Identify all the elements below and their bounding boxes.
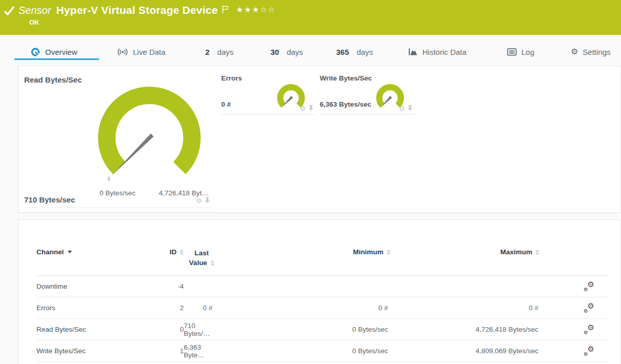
channel-settings-cell: ⚙⚙ [539,340,609,362]
channel-settings-gears-icon[interactable]: ⚙⚙ [584,303,594,313]
channel-maximum [391,276,539,297]
active-tab-underline [14,58,99,60]
channel-settings-cell: ⚙⚙ [539,297,609,319]
column-header-last-value[interactable]: LastValue [184,220,220,276]
tab-log[interactable]: Log [507,45,534,58]
channel-name[interactable]: Read Bytes/Sec [36,319,160,340]
column-label: Minimum [353,248,383,256]
gauge-tools-write: ⚙ [399,105,413,112]
tab-label: Log [521,48,534,56]
tab-settings[interactable]: ⚙ Settings [571,45,611,58]
channel-minimum: 0 Bytes/sec [220,340,391,362]
channel-last-value: 710 Bytes/… [184,319,220,340]
tab-label: days [357,48,373,56]
channel-name[interactable]: Write Bytes/Sec [36,340,160,362]
tab-live-data[interactable]: Live Data [117,45,165,58]
gauge-value-errors: 0 # [221,100,231,108]
pin-icon[interactable] [205,197,210,204]
channel-id: -4 [160,276,184,297]
average-marker: x̄ [104,175,114,183]
column-header-minimum[interactable]: Minimum [220,220,391,276]
channel-minimum: 0 Bytes/sec [220,319,391,340]
broadcast-icon [117,48,128,56]
column-label: ID [170,248,177,256]
pin-icon[interactable] [407,105,413,112]
gauge-tools-read: ⚙ [196,197,210,204]
gear-icon[interactable]: ⚙ [399,105,405,112]
tab-2-days[interactable]: 2 days [205,45,234,58]
channel-id: 1 [160,340,184,362]
channel-settings-gears-icon[interactable]: ⚙⚙ [584,346,594,356]
gauge-title-errors: Errors [221,74,242,82]
channel-id: 0 [160,319,184,340]
channel-name[interactable]: Downtime [36,276,160,297]
channel-maximum: 4,809,069 Bytes/sec [391,340,539,362]
tab-number: 365 [336,48,349,56]
column-header-maximum[interactable]: Maximum [391,220,539,276]
tab-365-days[interactable]: 365 days [336,45,373,58]
column-label: Value [189,259,207,267]
tab-number: 30 [270,48,279,56]
priority-stars[interactable]: ★★★☆☆ [236,5,276,14]
tab-label: Historic Data [422,48,467,56]
sort-arrows-icon [535,250,539,255]
divider [24,208,213,208]
flag-icon[interactable] [222,5,229,14]
channel-settings-cell: ⚙⚙ [539,319,609,340]
area-chart-icon [408,48,418,56]
tab-30-days[interactable]: 30 days [270,45,303,58]
channel-maximum: 4,726,418 Bytes/sec [391,319,539,340]
sort-arrows-icon [386,250,391,255]
log-icon [507,48,517,56]
sort-arrows-icon [180,250,184,255]
pin-icon[interactable] [308,105,314,112]
status-check-icon [4,5,15,16]
gauge-icon [31,47,41,57]
tab-number: 2 [205,48,209,56]
gear-icon[interactable]: ⚙ [196,197,202,204]
divider [220,114,315,115]
channel-table: Channel ID LastValue Minimum Maximum Dow… [36,220,609,362]
gauge-title-write: Write Bytes/Sec [320,74,372,82]
gauge-max-label: 4,726,418 Byt… [150,189,217,197]
sort-caret-icon [68,251,72,253]
channel-maximum: 0 # [391,297,539,319]
gauge-value-write: 6,363 Bytes/sec [320,100,372,108]
column-header-channel[interactable]: Channel [36,220,160,276]
column-header-id[interactable]: ID [160,220,184,276]
gauge-title-read: Read Bytes/Sec [24,75,82,84]
sort-arrows-icon [210,260,215,266]
column-label: Maximum [500,248,532,256]
tab-label: Live Data [133,48,165,56]
channel-id: 2 [160,297,184,319]
status-badge: OK [29,18,40,26]
channel-table-panel: Channel ID LastValue Minimum Maximum Dow… [18,219,621,364]
channel-last-value: 6,363 Byte… [184,340,220,362]
tab-label: days [217,48,234,56]
gauge-tools-errors: ⚙ [300,105,314,112]
channel-settings-cell: ⚙⚙ [539,276,609,297]
page-title: Hyper-V Virtual Storage Device [56,4,218,16]
gauge-min-label: 0 Bytes/sec [84,189,151,197]
column-label: Last [195,249,209,257]
channel-minimum: 0 # [220,297,391,319]
tab-label: days [287,48,303,56]
gauges-panel: Read Bytes/Sec x̄ 0 Bytes/sec 4,726,418 … [18,66,621,213]
channel-minimum [220,276,391,297]
gear-icon: ⚙ [571,48,578,56]
read-gauge[interactable] [90,75,208,187]
channel-name[interactable]: Errors [36,297,160,319]
tab-label: Overview [45,48,77,56]
gauge-value-read: 710 Bytes/sec [24,195,75,204]
channel-settings-gears-icon[interactable]: ⚙⚙ [584,281,594,291]
tab-historic-data[interactable]: Historic Data [408,45,467,58]
sensor-header: Sensor Hyper-V Virtual Storage Device ★★… [0,0,621,35]
gear-icon[interactable]: ⚙ [300,105,306,112]
stars-empty: ☆☆ [260,5,276,14]
column-header-actions [539,220,609,276]
tab-overview[interactable]: Overview [31,45,77,58]
channel-settings-gears-icon[interactable]: ⚙⚙ [584,325,594,334]
channel-last-value [184,276,220,297]
channel-last-value: 0 # [184,297,220,319]
stars-filled: ★★★ [236,5,260,14]
